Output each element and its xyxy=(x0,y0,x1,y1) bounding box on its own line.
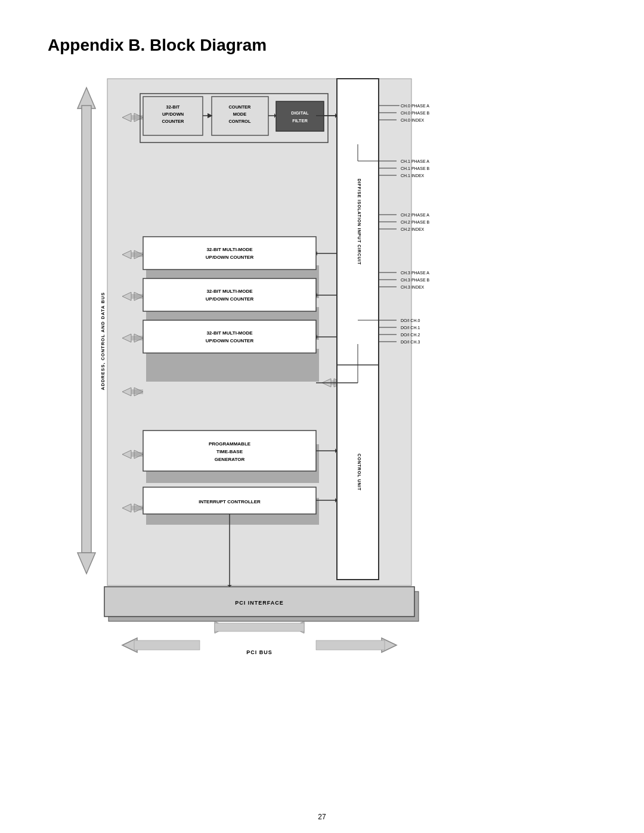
multimode-ch1-block xyxy=(143,278,316,311)
digital-filter-block xyxy=(276,101,324,131)
svg-text:32-BIT MULTI-MODE: 32-BIT MULTI-MODE xyxy=(206,289,253,294)
svg-text:FILTER: FILTER xyxy=(292,118,308,123)
svg-text:CONTROL: CONTROL xyxy=(228,119,250,124)
svg-text:UP/DOWN COUNTER: UP/DOWN COUNTER xyxy=(206,338,254,343)
svg-text:GENERATOR: GENERATOR xyxy=(215,457,245,462)
ch3-phase-a: CH.3 PHASE A xyxy=(401,271,429,275)
svg-rect-86 xyxy=(316,640,385,650)
svg-text:UP/DOWN COUNTER: UP/DOWN COUNTER xyxy=(206,255,254,260)
svg-text:UP/DOWN: UP/DOWN xyxy=(162,112,184,117)
pci-bus-label: PCI BUS xyxy=(246,649,273,655)
doi-ch3: DO/I CH.3 xyxy=(401,340,420,344)
svg-rect-84 xyxy=(134,640,200,650)
svg-text:TIME-BASE: TIME-BASE xyxy=(216,449,243,454)
ch3-phase-b: CH.3 PHASE B xyxy=(401,278,430,282)
svg-text:DIGITAL: DIGITAL xyxy=(291,110,309,116)
ch0-phase-b: CH.0 PHASE B xyxy=(401,111,430,115)
svg-rect-82 xyxy=(215,623,304,631)
doi-ch2: DO/I CH.2 xyxy=(401,333,420,337)
svg-text:COUNTER: COUNTER xyxy=(162,119,184,124)
svg-text:PROGRAMMABLE: PROGRAMMABLE xyxy=(209,441,251,447)
ch0-phase-a: CH.0 PHASE A xyxy=(401,104,429,108)
diff-se-label: DIFF/SE ISOLATION INPUT CIRCUIT xyxy=(357,179,361,265)
ch1-phase-a: CH.1 PHASE A xyxy=(401,159,429,163)
svg-text:32-BIT: 32-BIT xyxy=(166,104,180,110)
ch3-index: CH.3 INDEX xyxy=(401,285,425,289)
svg-text:32-BIT MULTI-MODE: 32-BIT MULTI-MODE xyxy=(206,247,253,252)
control-unit-label: CONTROL UNIT xyxy=(357,454,361,491)
multimode-ch0-block xyxy=(143,237,316,270)
svg-text:INTERRUPT CONTROLLER: INTERRUPT CONTROLLER xyxy=(199,499,261,504)
down-arrow-head xyxy=(78,553,95,574)
ch0-index: CH.0 INDEX xyxy=(401,118,425,122)
svg-text:UP/DOWN COUNTER: UP/DOWN COUNTER xyxy=(206,296,254,302)
pci-interface-label: PCI INTERFACE xyxy=(235,600,284,606)
svg-text:32-BIT MULTI-MODE: 32-BIT MULTI-MODE xyxy=(206,330,253,336)
doi-ch1: DO/I CH.1 xyxy=(401,326,420,330)
page-title: Appendix B. Block Diagram xyxy=(48,36,596,55)
svg-text:COUNTER: COUNTER xyxy=(228,104,251,110)
svg-rect-2 xyxy=(146,349,319,382)
ch1-phase-b: CH.1 PHASE B xyxy=(401,166,430,171)
ch2-index: CH.2 INDEX xyxy=(401,227,425,231)
svg-text:MODE: MODE xyxy=(233,112,247,117)
ch2-phase-a: CH.2 PHASE A xyxy=(401,213,429,217)
doi-ch0: DO/I CH.0 xyxy=(401,318,420,323)
bus-label: ADDRESS, CONTROL AND DATA BUS xyxy=(100,292,106,390)
page-number: 27 xyxy=(318,813,326,821)
block-diagram: ADDRESS, CONTROL AND DATA BUS 32- xyxy=(66,73,578,669)
ch2-phase-b: CH.2 PHASE B xyxy=(401,220,430,224)
ch1-index: CH.1 INDEX xyxy=(401,174,425,178)
page: Appendix B. Block Diagram ADDRESS, CONTR… xyxy=(0,0,644,833)
multimode-ch2-block xyxy=(143,320,316,353)
arrow-body xyxy=(82,106,91,553)
